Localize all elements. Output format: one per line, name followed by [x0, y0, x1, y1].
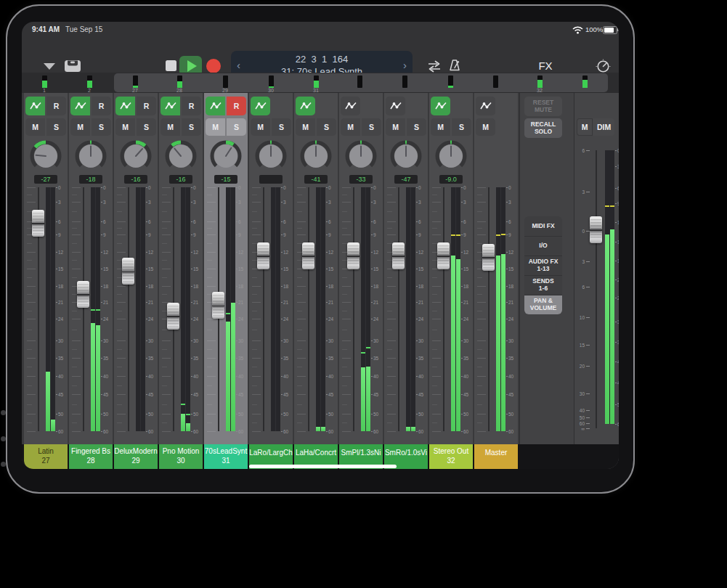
solo-button[interactable]: S: [362, 118, 381, 136]
pan-knob[interactable]: [74, 139, 107, 173]
mute-button[interactable]: M: [70, 118, 90, 136]
track-label[interactable]: Fingered Bs 28: [69, 444, 113, 469]
fader-cap[interactable]: [32, 210, 44, 237]
automation-button[interactable]: [115, 97, 135, 115]
pan-knob[interactable]: [389, 139, 423, 173]
pan-knob[interactable]: [299, 139, 333, 173]
overview-track-number: 2: [81, 88, 97, 93]
fader-groove[interactable]: [263, 187, 264, 431]
automation-button[interactable]: [431, 97, 450, 115]
meter-scale-label: 45: [193, 392, 198, 397]
mute-button[interactable]: M: [115, 118, 135, 136]
panel-section-button[interactable]: PAN & VOLUME: [524, 295, 562, 314]
cycle-loop-icon[interactable]: [426, 60, 443, 73]
automation-button[interactable]: [341, 97, 360, 115]
mute-button[interactable]: M: [206, 118, 225, 136]
mute-button[interactable]: M: [386, 118, 405, 136]
master-fader-groove[interactable]: [596, 150, 597, 428]
mute-button[interactable]: M: [296, 118, 315, 136]
solo-button[interactable]: S: [407, 118, 426, 136]
panel-section-button[interactable]: AUDIO FX 1-13: [524, 256, 562, 275]
solo-button[interactable]: S: [272, 118, 291, 136]
fx-button[interactable]: FX: [531, 60, 560, 72]
automation-button[interactable]: [476, 97, 495, 115]
fader-cap[interactable]: [212, 292, 224, 319]
mute-button[interactable]: M: [431, 118, 450, 136]
chevron-down-icon[interactable]: [44, 63, 55, 70]
master-fader-scale-label: 3: [576, 189, 585, 195]
track-label[interactable]: Pno Motion 30: [159, 444, 203, 469]
fader-cap[interactable]: [482, 244, 495, 271]
recall-solo-button[interactable]: RECALL SOLO: [524, 118, 562, 138]
record-button[interactable]: [206, 59, 221, 73]
fader-cap[interactable]: [302, 242, 314, 269]
settings-knob-icon[interactable]: [596, 59, 611, 74]
automation-curve-icon: [209, 101, 222, 111]
sends-scroll-indicator[interactable]: [249, 465, 397, 468]
metronome-icon[interactable]: [447, 59, 462, 73]
fader-cap[interactable]: [347, 242, 360, 269]
record-enable-button[interactable]: R: [46, 97, 66, 115]
track-label[interactable]: Latin 27: [24, 444, 68, 469]
mute-button[interactable]: M: [476, 118, 495, 136]
automation-button[interactable]: [161, 97, 180, 115]
fader-groove[interactable]: [488, 187, 490, 431]
track-label[interactable]: 70sLeadSynt 31: [204, 444, 248, 469]
record-enable-button[interactable]: R: [137, 97, 156, 115]
record-enable-button[interactable]: R: [92, 97, 111, 115]
tray-icon[interactable]: [64, 60, 81, 73]
mute-button[interactable]: M: [161, 118, 180, 136]
mute-button[interactable]: M: [251, 118, 270, 136]
fader-groove[interactable]: [308, 187, 309, 431]
solo-button[interactable]: S: [452, 118, 471, 136]
meter-scale-tick: [506, 431, 508, 432]
panel-section-button[interactable]: MIDI FX: [524, 216, 562, 236]
fader-cap[interactable]: [167, 303, 179, 330]
fader-groove[interactable]: [443, 187, 444, 431]
pan-knob[interactable]: [254, 139, 288, 173]
solo-button[interactable]: S: [227, 118, 246, 136]
mute-button[interactable]: M: [341, 118, 360, 136]
automation-button[interactable]: [25, 97, 45, 115]
track-label[interactable]: Master: [474, 444, 518, 469]
solo-button[interactable]: S: [182, 118, 201, 136]
reset-mute-button[interactable]: RESET MUTE: [524, 97, 562, 116]
record-enable-button[interactable]: R: [182, 97, 201, 115]
solo-button[interactable]: S: [137, 118, 156, 136]
mute-button[interactable]: M: [25, 118, 45, 136]
automation-button[interactable]: [386, 97, 405, 115]
fader-cap[interactable]: [392, 242, 405, 269]
solo-button[interactable]: S: [92, 118, 111, 136]
fader-groove[interactable]: [83, 187, 84, 431]
fader-cap[interactable]: [257, 242, 269, 269]
pan-knob[interactable]: [164, 139, 198, 173]
fader-cap[interactable]: [437, 242, 450, 269]
pan-knob[interactable]: [29, 139, 62, 173]
next-track-chevron[interactable]: ›: [403, 59, 407, 71]
meter-scale-label: 12: [148, 250, 153, 255]
fader-groove[interactable]: [353, 187, 354, 431]
panel-section-button[interactable]: SENDS 1-6: [524, 275, 562, 295]
track-label[interactable]: DeluxModern 29: [114, 444, 158, 469]
pan-knob[interactable]: [119, 139, 153, 173]
pan-knob[interactable]: [434, 139, 468, 173]
automation-button[interactable]: [251, 97, 270, 115]
pan-knob[interactable]: [344, 139, 378, 173]
panel-section-button[interactable]: I/O: [524, 236, 562, 256]
stop-button[interactable]: [166, 60, 176, 71]
solo-button[interactable]: S: [317, 118, 336, 136]
automation-button[interactable]: [70, 97, 90, 115]
master-dim-button[interactable]: DIM: [593, 118, 614, 136]
master-mute-button[interactable]: M: [577, 118, 593, 136]
track-label[interactable]: Stereo Out 32: [429, 444, 473, 469]
fader-groove[interactable]: [128, 187, 129, 431]
solo-button[interactable]: S: [46, 118, 66, 136]
record-enable-button[interactable]: R: [227, 97, 246, 115]
fader-groove[interactable]: [398, 187, 399, 431]
automation-button[interactable]: [296, 97, 315, 115]
master-fader-cap[interactable]: [590, 216, 602, 243]
fader-cap[interactable]: [77, 281, 89, 308]
pan-knob[interactable]: [209, 139, 243, 173]
fader-cap[interactable]: [122, 258, 134, 285]
automation-button[interactable]: [206, 97, 225, 115]
